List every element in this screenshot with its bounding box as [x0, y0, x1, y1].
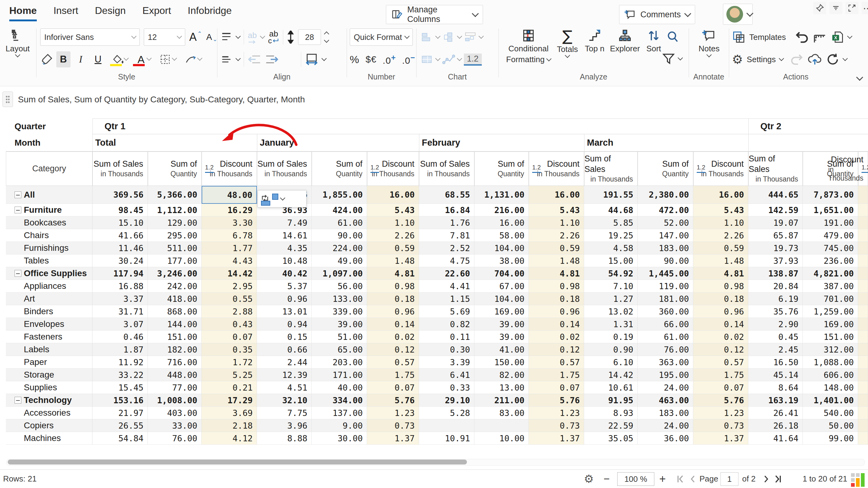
grid-cell[interactable]: 363.00: [638, 356, 693, 369]
grid-cell[interactable]: 5.28: [419, 407, 474, 419]
quantity-column-header[interactable]: Sum ofQuantity: [312, 152, 367, 186]
stepper-up-icon[interactable]: [324, 32, 329, 37]
conditional-formatting-button[interactable]: Conditional Formatting: [505, 28, 552, 64]
quarter-header[interactable]: Qtr 1: [92, 118, 748, 134]
grid-cell[interactable]: [858, 280, 868, 293]
grid-cell[interactable]: 26.18: [748, 419, 803, 432]
scrollbar-thumb[interactable]: [8, 460, 467, 464]
grid-cell[interactable]: 0.96: [367, 305, 419, 318]
row-label[interactable]: Paper: [6, 356, 92, 369]
grid-cell[interactable]: 10.91: [419, 432, 474, 445]
grid-cell[interactable]: 1.23: [529, 407, 584, 419]
grid-cell[interactable]: 0.07: [529, 381, 584, 394]
wrap-text-icon[interactable]: ab c: [268, 30, 279, 44]
grid-cell[interactable]: 183.00: [638, 407, 693, 419]
grid-cell[interactable]: 2,380.00: [638, 186, 693, 204]
grid-cell[interactable]: 1,445.00: [638, 267, 693, 280]
grid-cell[interactable]: 1,401.00: [803, 394, 858, 407]
grid-cell[interactable]: 117.94: [92, 267, 148, 280]
grid-cell[interactable]: 0.14: [529, 318, 584, 331]
row-label[interactable]: Bookcases: [6, 216, 92, 229]
grid-cell[interactable]: 1.77: [202, 242, 257, 254]
month-header[interactable]: Total: [92, 134, 257, 152]
grid-cell[interactable]: 0.59: [529, 242, 584, 254]
grid-cell[interactable]: 3.69: [202, 407, 257, 419]
hierarchy-chart-icon[interactable]: [442, 31, 455, 43]
grid-cell[interactable]: 1.37: [529, 432, 584, 445]
grid-cell[interactable]: [858, 369, 868, 381]
grid-cell[interactable]: 1.23: [367, 407, 419, 419]
grid-cell[interactable]: 0.07: [693, 381, 748, 394]
grid-cell[interactable]: 90.00: [312, 229, 367, 242]
grid-cell[interactable]: 77.00: [148, 381, 202, 394]
grid-cell[interactable]: 2.26: [367, 229, 419, 242]
grid-cell[interactable]: 1.37: [367, 432, 419, 445]
grid-cell[interactable]: 418.00: [148, 293, 202, 305]
grid-cell[interactable]: 182.00: [148, 343, 202, 356]
manage-columns-button[interactable]: Manage Columns: [386, 5, 483, 24]
row-label[interactable]: Furnishings: [6, 242, 92, 254]
grid-cell[interactable]: 0.12: [693, 343, 748, 356]
grid-cell[interactable]: 30.24: [92, 254, 148, 267]
increase-decimal-button[interactable]: .0+: [383, 53, 396, 66]
grid-cell[interactable]: [858, 419, 868, 432]
grid-cell[interactable]: 13.01: [257, 305, 312, 318]
grid-cell[interactable]: 2.26: [529, 229, 584, 242]
grid-cell[interactable]: 16.29: [202, 204, 257, 216]
grid-cell[interactable]: 4.75: [419, 254, 474, 267]
currency-format-button[interactable]: $€: [366, 54, 376, 65]
row-height-input[interactable]: 28: [298, 29, 321, 45]
settings-gear-icon[interactable]: ⚙: [732, 53, 743, 66]
grid-cell[interactable]: 387.00: [803, 280, 858, 293]
quantity-column-header[interactable]: Sum ofQuantity: [148, 152, 202, 186]
filter-lines-icon[interactable]: [829, 2, 842, 14]
grid-cell[interactable]: 1.75: [367, 369, 419, 381]
grid-cell[interactable]: 0.96: [257, 293, 312, 305]
grid-cell[interactable]: 41.00: [474, 343, 529, 356]
grid-cell[interactable]: 0.12: [529, 343, 584, 356]
grid-cell[interactable]: 32.10: [257, 394, 312, 407]
grid-cell[interactable]: 49.00: [312, 254, 367, 267]
grid-cell[interactable]: 129.00: [148, 216, 202, 229]
grid-cell[interactable]: 4.81: [529, 267, 584, 280]
grid-cell[interactable]: 99.00: [803, 432, 858, 445]
stepper-down-icon[interactable]: [324, 38, 329, 43]
grid-cell[interactable]: 1.48: [367, 254, 419, 267]
fill-block-icon[interactable]: [272, 193, 278, 200]
grid-cell[interactable]: [858, 254, 868, 267]
grid-cell[interactable]: 119.00: [638, 280, 693, 293]
sales-column-header[interactable]: Sum of Salesin Thousands: [419, 152, 474, 186]
grid-cell[interactable]: 701.00: [803, 293, 858, 305]
grid-cell[interactable]: 151.00: [148, 331, 202, 343]
templates-label[interactable]: Templates: [749, 32, 786, 42]
grid-cell[interactable]: 1,259.00: [803, 305, 858, 318]
grid-cell[interactable]: 14.42: [584, 369, 638, 381]
font-name-select[interactable]: Inforiver Sans: [40, 28, 140, 46]
top-n-button[interactable]: Top n: [581, 28, 609, 54]
grid-cell[interactable]: 52.00: [638, 216, 693, 229]
grid-cell[interactable]: 0.15: [257, 331, 312, 343]
grid-cell[interactable]: 242.00: [148, 280, 202, 293]
sort-button[interactable]: Sort: [641, 28, 666, 54]
row-label[interactable]: Chairs: [6, 229, 92, 242]
grid-cell[interactable]: 1,651.00: [803, 204, 858, 216]
grid-cell[interactable]: 1.15: [419, 293, 474, 305]
grid-cell[interactable]: 0.73: [367, 419, 419, 432]
grid-cell[interactable]: 4.35: [257, 242, 312, 254]
grid-cell[interactable]: [858, 305, 868, 318]
grid-cell[interactable]: 38.00: [474, 254, 529, 267]
ruler-icon[interactable]: [813, 30, 827, 44]
grid-cell[interactable]: 472.00: [638, 204, 693, 216]
grid-cell[interactable]: 606.00: [803, 369, 858, 381]
grid-cell[interactable]: 424.00: [312, 204, 367, 216]
grid-cell[interactable]: 1,008.00: [148, 394, 202, 407]
grid-cell[interactable]: 2.52: [419, 242, 474, 254]
discount-column-header[interactable]: 1.2Discountin Thousands: [858, 152, 868, 186]
grid-cell[interactable]: 150.00: [474, 356, 529, 369]
grid-cell[interactable]: 704.00: [474, 267, 529, 280]
grid-cell[interactable]: 39.00: [474, 318, 529, 331]
grid-cell[interactable]: 0.82: [419, 318, 474, 331]
grid-cell[interactable]: 98.45: [92, 204, 148, 216]
grid-cell[interactable]: 191.55: [584, 186, 638, 204]
totals-button[interactable]: ∑ Totals: [554, 28, 581, 57]
